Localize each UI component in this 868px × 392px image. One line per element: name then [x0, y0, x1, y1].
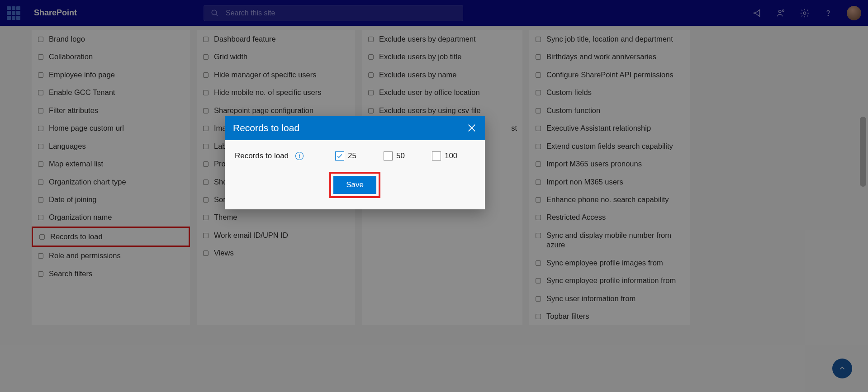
close-icon[interactable]: [467, 123, 477, 133]
save-highlight-box: Save: [329, 172, 380, 198]
option-50[interactable]: 50: [384, 151, 405, 161]
checkbox-50[interactable]: [384, 151, 393, 161]
records-to-load-modal: Records to load Records to load i 25 50 …: [225, 116, 485, 209]
option-100[interactable]: 100: [432, 151, 457, 161]
option-label: 25: [348, 151, 356, 161]
option-25[interactable]: 25: [335, 151, 356, 161]
checkbox-25[interactable]: [335, 151, 344, 161]
modal-header: Records to load: [225, 116, 485, 140]
option-label: 100: [445, 151, 457, 161]
save-button[interactable]: Save: [333, 176, 376, 194]
option-label: 50: [396, 151, 405, 161]
checkbox-100[interactable]: [432, 151, 441, 161]
modal-body: Records to load i 25 50 100 Save: [225, 140, 485, 209]
info-icon[interactable]: i: [295, 152, 304, 160]
field-label: Records to load: [235, 151, 289, 161]
options-group: 25 50 100: [335, 151, 457, 161]
modal-title: Records to load: [233, 123, 299, 133]
